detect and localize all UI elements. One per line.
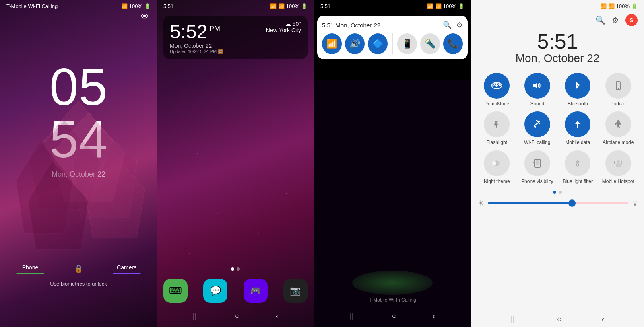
- flashlight-icon-tile: [491, 119, 502, 130]
- camera-label[interactable]: Camera: [117, 264, 137, 271]
- battery-icon-p3: 🔋: [458, 3, 464, 9]
- quick-settings-panel: 📶 📶 100% 🔋 🔍 ⚙ S 5:51 Mon, October 22: [471, 0, 644, 327]
- sound-label: Sound: [530, 101, 544, 107]
- qs-tile-mobile-data: Mobile data: [558, 111, 597, 145]
- qs-tile-night: Night theme: [477, 150, 516, 184]
- flashlight-btn[interactable]: [484, 111, 510, 137]
- nav-home-p2[interactable]: ○: [235, 311, 239, 321]
- app-icon-dialer[interactable]: ⌨: [163, 279, 188, 303]
- widget-updated: Updated 10/22 5:24 PM 🔁: [170, 49, 301, 54]
- mobile-data-btn[interactable]: [565, 111, 590, 137]
- widget-time: 5:52: [170, 21, 207, 42]
- qs-tile-bluetooth: Bluetooth: [558, 73, 597, 107]
- qs-portrait-tile[interactable]: 📱: [397, 33, 417, 54]
- status-bar-p2: 5:51 📶 📶 100% 🔋: [157, 0, 314, 12]
- nav-bar-p4: ||| ○ ‹: [471, 315, 644, 324]
- search-icon-notif[interactable]: 🔍: [443, 21, 452, 29]
- status-icons-p4: 📶 📶 100% 🔋: [600, 3, 638, 9]
- lock-screen-panel: T-Mobile Wi-Fi Calling 📶 100% 🔋 👁 05 54 …: [0, 0, 157, 327]
- qs-tile-flashlight: Flashlight: [477, 111, 516, 145]
- visibility-btn[interactable]: [524, 150, 550, 176]
- battery-icon: 🔋: [144, 3, 151, 9]
- status-time-p2: 5:51: [163, 3, 173, 9]
- qs-tile-wifi-calling: Wi-Fi calling: [518, 111, 557, 145]
- airplane-icon-tile: [613, 119, 624, 130]
- qs-sound-tile[interactable]: 🔊: [345, 33, 365, 54]
- wifi-icon-p4: 📶: [600, 3, 607, 9]
- bluelight-label: Blue light filter: [563, 179, 593, 184]
- battery-p2: 100%: [286, 3, 299, 9]
- shortcut-row: Phone 🔒 Camera: [0, 264, 157, 274]
- visibility-label: Phone visibility: [521, 179, 553, 184]
- page-dots: [157, 267, 314, 271]
- qs-bluetooth-tile[interactable]: 🔷: [368, 33, 388, 54]
- search-icon-qs[interactable]: 🔍: [595, 15, 605, 25]
- phone-label[interactable]: Phone: [22, 264, 38, 271]
- qs-tile-bluelight: Blue light filter: [558, 150, 597, 184]
- flashlight-label: Flashlight: [487, 140, 507, 145]
- qs-tile-airplane: Airplane mode: [599, 111, 638, 145]
- qs-calling-tile[interactable]: 📞: [443, 33, 463, 54]
- mobile-data-label: Mobile data: [565, 140, 590, 145]
- hotspot-label: Mobile Hotspot: [602, 179, 634, 184]
- airplane-label: Airplane mode: [603, 140, 634, 145]
- svg-rect-16: [536, 165, 539, 165]
- user-avatar[interactable]: S: [625, 14, 638, 26]
- qs-tile-hotspot: Mobile Hotspot: [599, 150, 638, 184]
- portrait-icon-tile: [613, 80, 624, 91]
- nav-back-p2[interactable]: |||: [193, 311, 199, 321]
- nav-back-p3[interactable]: |||: [350, 311, 356, 321]
- qs-tiles-row1: DemoMode Sound Bluetooth: [471, 68, 644, 111]
- app-icon-messages[interactable]: 💬: [203, 279, 227, 303]
- portrait-label: Portrait: [610, 101, 626, 107]
- night-btn[interactable]: [484, 150, 510, 176]
- widget-pm: PM: [209, 25, 220, 33]
- weather-widget: 5:52 PM ☁ 50° New York City Mon, October…: [163, 16, 308, 59]
- bluetooth-btn[interactable]: [565, 73, 590, 99]
- wifi-calling-notif: T-Mobile Wi-Fi Calling: [314, 297, 471, 303]
- night-label: Night theme: [484, 179, 510, 184]
- battery-icon-p2: 🔋: [301, 3, 308, 9]
- hotspot-btn[interactable]: [605, 150, 631, 176]
- brightness-row: ☀ ∨: [471, 195, 644, 211]
- svg-point-10: [495, 121, 498, 124]
- nav-recents-p3[interactable]: ‹: [432, 311, 435, 321]
- nav-back-p4[interactable]: |||: [511, 315, 517, 324]
- qs-dot-1: [553, 191, 556, 194]
- sound-btn[interactable]: [524, 73, 550, 99]
- biometric-text: Use biometrics to unlock: [0, 281, 157, 287]
- svg-rect-15: [536, 160, 539, 165]
- nav-home-p4[interactable]: ○: [557, 315, 561, 324]
- bluetooth-icon-tile: [572, 80, 583, 91]
- bluelight-btn[interactable]: [565, 150, 590, 176]
- qs-dot-2: [559, 191, 562, 194]
- status-icons-p3: 📶 📶 100% 🔋: [427, 3, 464, 9]
- qs-flashlight-tile[interactable]: 🔦: [420, 33, 440, 54]
- brightness-expand-icon[interactable]: ∨: [632, 199, 638, 208]
- qs-wifi-tile[interactable]: 📶: [322, 33, 342, 54]
- eye-icon[interactable]: 👁: [141, 12, 149, 21]
- svg-point-13: [492, 161, 496, 165]
- glow-spot: [352, 271, 433, 295]
- brightness-thumb[interactable]: [568, 199, 576, 207]
- wifi-calling-btn[interactable]: [524, 111, 550, 137]
- home-screen-panel: 5:51 📶 📶 100% 🔋 5:52 PM ☁ 50° New York C…: [157, 0, 314, 327]
- demomode-btn[interactable]: [484, 73, 510, 99]
- wifi-calling-label: Wi-Fi calling: [524, 140, 550, 145]
- status-bar-p3: 5:51 📶 📶 100% 🔋: [314, 0, 471, 12]
- nav-recents-p2[interactable]: ‹: [275, 311, 278, 321]
- portrait-btn[interactable]: [605, 73, 631, 99]
- nav-home-p3[interactable]: ○: [392, 311, 396, 321]
- night-icon-tile: [491, 158, 502, 169]
- lock-icon: 🔒: [74, 264, 83, 273]
- airplane-btn[interactable]: [605, 111, 631, 137]
- settings-icon-notif[interactable]: ⚙: [456, 21, 463, 29]
- widget-city: New York City: [266, 27, 301, 33]
- camera-bar: [113, 273, 141, 274]
- nav-recents-p4[interactable]: ‹: [601, 315, 604, 324]
- brightness-slider[interactable]: [488, 202, 628, 204]
- qs-page-dots: [471, 191, 644, 194]
- settings-icon-qs[interactable]: ⚙: [612, 15, 619, 25]
- app-icon-games[interactable]: 🎮: [244, 279, 268, 303]
- app-icon-camera[interactable]: 📷: [283, 279, 308, 303]
